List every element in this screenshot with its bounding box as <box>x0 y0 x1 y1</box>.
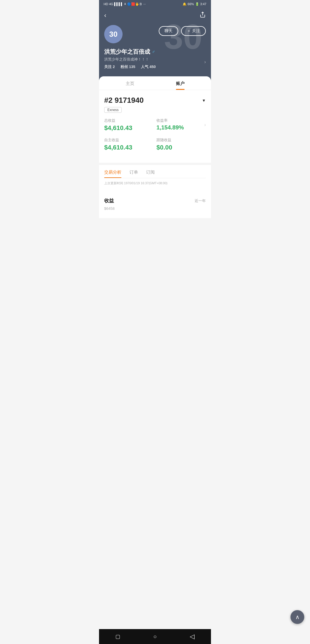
dropdown-arrow-icon[interactable]: ▼ <box>202 98 206 103</box>
tab-account-label: 账户 <box>176 81 185 86</box>
tab-subscriptions[interactable]: 订阅 <box>146 170 155 178</box>
account-id: #2 9171940 <box>104 96 144 105</box>
profile-actions: 聊天 ＋ 关注 <box>159 25 206 36</box>
status-right: 🔔 66% 🔋 3:47 <box>183 2 206 6</box>
total-profit-cell: 总收益 $4,610.43 <box>104 118 154 132</box>
follow-button[interactable]: ＋ 关注 <box>181 26 206 36</box>
follow-stat: 关注 2 <box>104 64 115 69</box>
tab-section: 主页 账户 <box>99 76 211 90</box>
bell-icon: 🔔 <box>183 2 187 6</box>
profile-name: 洪荒少年之百倍成 ♂ <box>104 48 206 56</box>
total-profit-label: 总收益 <box>104 118 154 123</box>
follow-profit-label: 跟随收益 <box>156 137 206 143</box>
battery-icon: 🔋 <box>195 2 199 6</box>
account-header: #2 9171940 ▼ <box>104 96 206 105</box>
share-button[interactable] <box>199 11 206 19</box>
fans-label: 粉丝 <box>121 65 128 69</box>
back-button[interactable]: ‹ <box>104 12 106 19</box>
battery-label: 66% <box>188 2 194 6</box>
follow-label: 关注 <box>104 65 112 69</box>
app-icons: 🔵🟥🖐🗓 ··· <box>127 2 146 6</box>
tab-account[interactable]: 账户 <box>155 76 205 90</box>
revenue-amount: $6458 <box>104 206 206 211</box>
follow-count: 2 <box>113 65 115 69</box>
profit-rate-label: 收益率 <box>156 118 206 123</box>
chat-button[interactable]: 聊天 <box>159 26 178 36</box>
tab-trade-analysis[interactable]: 交易分析 <box>104 170 121 178</box>
avatar: 30 <box>104 25 123 43</box>
trade-analysis-label: 交易分析 <box>104 170 121 174</box>
subscriptions-label: 订阅 <box>146 170 155 174</box>
fans-stat: 粉丝 135 <box>121 64 135 69</box>
follow-profit-value: $0.00 <box>156 144 206 151</box>
tab-home-label: 主页 <box>126 81 134 86</box>
status-bar: HD 4G ▌▌▌▌ ⬇ 🔵🟥🖐🗓 ··· 🔔 66% 🔋 3:47 <box>99 0 211 8</box>
self-profit-cell: 自主收益 $4,610.43 <box>104 137 154 151</box>
time-label: 3:47 <box>200 2 206 6</box>
profile-bio: 洪荒少年之百倍成神！！！ <box>104 57 206 62</box>
name-text: 洪荒少年之百倍成 <box>104 48 150 56</box>
gender-icon: ♂ <box>152 49 155 55</box>
revenue-header: 收益 近一年 <box>104 197 206 204</box>
orders-label: 订单 <box>129 170 138 174</box>
tab-orders[interactable]: 订单 <box>129 170 138 178</box>
profit-rate-cell: 收益率 1,154.89% › <box>156 118 206 132</box>
signal-icon: ▌▌▌▌ <box>114 2 123 6</box>
profile-stats: 关注 2 粉丝 135 人气 450 <box>104 64 206 69</box>
status-left: HD 4G ▌▌▌▌ ⬇ 🔵🟥🖐🗓 ··· <box>104 2 146 6</box>
popularity-count: 450 <box>150 65 156 69</box>
chevron-right-icon: › <box>204 59 206 65</box>
profile-info: 洪荒少年之百倍成 ♂ 洪荒少年之百倍成神！！！ 关注 2 粉丝 135 人气 4… <box>104 48 206 69</box>
download-icon: ⬇ <box>124 3 126 5</box>
profit-rate-arrow-icon[interactable]: › <box>204 122 206 127</box>
follow-profit-cell: 跟随收益 $0.00 <box>156 137 206 151</box>
popularity-label: 人气 <box>141 65 148 69</box>
broker-tag: Exness <box>104 107 122 113</box>
revenue-section: 收益 近一年 $6458 <box>99 193 211 218</box>
self-profit-label: 自主收益 <box>104 137 154 143</box>
network-label: HD 4G <box>104 2 113 6</box>
header-nav: ‹ <box>104 11 206 19</box>
account-content: #2 9171940 ▼ Exness 总收益 $4,610.43 收益率 1,… <box>99 90 211 163</box>
revenue-period: 近一年 <box>195 198 206 203</box>
popularity-stat: 人气 450 <box>141 64 156 69</box>
tab-home[interactable]: 主页 <box>105 76 155 90</box>
fans-count: 135 <box>129 65 135 69</box>
revenue-title: 收益 <box>104 197 114 204</box>
header-section: 30 ‹ 30 聊天 ＋ 关注 洪荒少年之百倍成 ♂ 洪荒少年之百倍成神！！！ … <box>99 8 211 80</box>
self-profit-value: $4,610.43 <box>104 144 154 151</box>
total-profit-value: $4,610.43 <box>104 124 154 132</box>
profit-rate-value: 1,154.89% <box>156 124 206 131</box>
update-time: 上次更新时间 1970/01/19 16:37(GMT+08:00) <box>104 181 206 185</box>
analysis-tabs: 交易分析 订单 订阅 <box>104 170 206 178</box>
analysis-section: 交易分析 订单 订阅 上次更新时间 1970/01/19 16:37(GMT+0… <box>99 165 211 193</box>
profile-row: 30 聊天 ＋ 关注 <box>104 25 206 43</box>
stats-grid: 总收益 $4,610.43 收益率 1,154.89% › 自主收益 $4,61… <box>104 118 206 151</box>
tabs: 主页 账户 <box>99 76 211 90</box>
